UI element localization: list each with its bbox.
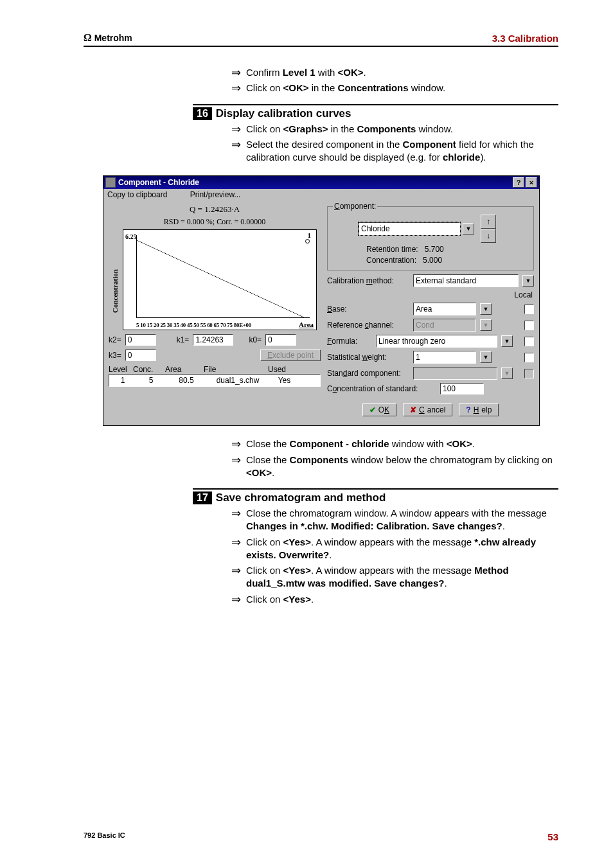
formula-local-checkbox[interactable] (524, 337, 534, 346)
arrow-icon (231, 66, 241, 79)
instruction-line: Click on <Yes>. A window appears with th… (231, 536, 558, 562)
next-component-button[interactable]: ↓ (481, 229, 496, 243)
menu-print[interactable]: Print/preview... (190, 190, 251, 199)
arrow-icon (231, 564, 241, 577)
dropdown-arrow-icon: ▼ (501, 368, 513, 379)
component-group: Component: Chloride ▼ ↑ ↓ Retention time… (327, 202, 534, 270)
page-header: Ω Metrohm 3.3 Calibration (84, 32, 558, 47)
k1-label: k1= (177, 335, 190, 344)
component-select[interactable]: Chloride (359, 222, 460, 235)
step-number-badge: 16 (193, 107, 212, 120)
dropdown-arrow-icon[interactable]: ▼ (480, 303, 492, 315)
concstd-label: Concentration of standard: (327, 384, 436, 393)
instruction-line: Select the desired component in the Comp… (231, 138, 558, 164)
menu-copy[interactable]: Copy to clipboard (107, 190, 177, 199)
rsd-label: RSD = 0.000 %; Corr. = 0.00000 (109, 217, 321, 227)
menu-bar: Copy to clipboard Print/preview... (103, 189, 539, 200)
instruction-line: Close the chromatogram window. A window … (231, 507, 558, 533)
footer-left: 792 Basic IC (84, 831, 125, 842)
section-ref: 3.3 Calibration (492, 33, 558, 44)
statweight-local-checkbox[interactable] (524, 353, 534, 362)
statweight-label: Statistical weight: (327, 353, 409, 362)
concentration-value: 5.000 (423, 256, 442, 265)
refchannel-label: Reference channel: (327, 321, 409, 330)
base-select[interactable]: Area (413, 303, 476, 315)
instruction-line: Close the Component - chloride window wi… (231, 438, 558, 450)
question-icon: ? (466, 405, 470, 414)
k0-input[interactable] (265, 334, 296, 346)
base-label: Base: (327, 305, 409, 314)
chart-ytick: 6.25 (125, 233, 137, 240)
calib-method-label: Calibration method: (327, 276, 409, 285)
k3-label: k3= (109, 351, 121, 360)
retention-time-value: 5.700 (425, 245, 444, 254)
page-footer: 792 Basic IC 53 (84, 831, 558, 842)
help-button[interactable]: ? Help (459, 403, 499, 416)
prev-component-button[interactable]: ↑ (481, 215, 496, 229)
arrow-icon (231, 82, 241, 94)
table-header: Level Conc. Area File Used (109, 365, 321, 374)
local-column-label: Local (327, 290, 533, 299)
stdcomp-local-checkbox[interactable] (524, 369, 534, 378)
stdcomp-label: Standard component: (327, 369, 409, 378)
arrow-icon (231, 507, 241, 520)
step-heading: 17 Save chromatogram and method (193, 488, 558, 504)
refchannel-local-checkbox[interactable] (524, 321, 534, 330)
concstd-input[interactable] (440, 383, 484, 394)
equation-label: Q = 1.24263·A (109, 204, 321, 215)
refchannel-select: Cond (413, 319, 476, 332)
step-title: Display calibration curves (216, 107, 351, 120)
instruction-line: Click on <Graphs> in the Components wind… (231, 123, 558, 136)
arrow-icon (231, 454, 241, 466)
concentration-label: Concentration: (366, 256, 416, 265)
arrow-icon (231, 593, 241, 606)
instruction-line: Close the Components window below the ch… (231, 454, 558, 480)
base-local-checkbox[interactable] (524, 305, 534, 314)
step-number-badge: 17 (193, 492, 212, 504)
stdcomp-select (413, 367, 497, 380)
arrow-icon (231, 123, 241, 136)
instruction-line: Click on <OK> in the Concentrations wind… (231, 82, 558, 94)
k2-label: k2= (109, 335, 121, 344)
k1-input[interactable] (193, 334, 233, 346)
exclude-point-button[interactable]: EExclude pointxclude point (260, 350, 321, 361)
calibration-chart: 6.25 1 Area 5 10 15 20 25 30 35 40 45 50… (123, 229, 317, 330)
titlebar[interactable]: Component - Chloride ? × (103, 176, 539, 189)
arrow-icon (231, 438, 241, 450)
step-title: Save chromatogram and method (216, 492, 386, 504)
check-icon: ✔ (369, 405, 376, 414)
formula-label: Formula: (327, 337, 372, 346)
app-icon (105, 177, 116, 188)
dropdown-arrow-icon[interactable]: ▼ (522, 275, 534, 287)
close-titlebar-button[interactable]: × (526, 177, 537, 188)
statweight-select[interactable]: 1 (413, 351, 476, 364)
cancel-button[interactable]: ✘ Cancel (403, 403, 452, 416)
arrow-icon (231, 138, 241, 151)
k3-input[interactable] (125, 350, 156, 361)
dropdown-arrow-icon[interactable]: ▼ (463, 223, 474, 235)
ok-button[interactable]: ✔ OK (362, 403, 396, 416)
instruction-line: Confirm Level 1 with <OK>. (231, 66, 558, 79)
cross-icon: ✘ (410, 405, 416, 414)
brand-logo: Ω Metrohm (84, 32, 132, 44)
retention-time-label: Retention time: (366, 245, 418, 254)
formula-select[interactable]: Linear through zero (376, 335, 497, 348)
table-row[interactable]: 1 5 80.5 dual1_s.chw Yes (109, 374, 321, 387)
chart-point-label: 1 (308, 231, 312, 239)
instruction-line: Click on <Yes>. A window appears with th… (231, 564, 558, 590)
component-legend: Component: (333, 202, 377, 211)
dropdown-arrow-icon[interactable]: ▼ (501, 335, 513, 347)
chart-xticks: 5 10 15 20 25 30 35 40 45 50 55 60 65 70… (136, 322, 314, 328)
instruction-line: Click on <Yes>. (231, 593, 558, 606)
page-number: 53 (547, 831, 558, 842)
window-title: Component - Chloride (118, 178, 199, 187)
step-heading: 16 Display calibration curves (193, 104, 558, 120)
k0-label: k0= (249, 335, 262, 344)
dropdown-arrow-icon[interactable]: ▼ (480, 351, 492, 363)
k2-input[interactable] (125, 334, 156, 346)
arrow-icon (231, 536, 241, 549)
component-window: Component - Chloride ? × Copy to clipboa… (103, 175, 540, 426)
calib-method-select[interactable]: External standard (413, 274, 519, 287)
dropdown-arrow-icon: ▼ (480, 319, 492, 331)
help-titlebar-button[interactable]: ? (513, 177, 524, 188)
